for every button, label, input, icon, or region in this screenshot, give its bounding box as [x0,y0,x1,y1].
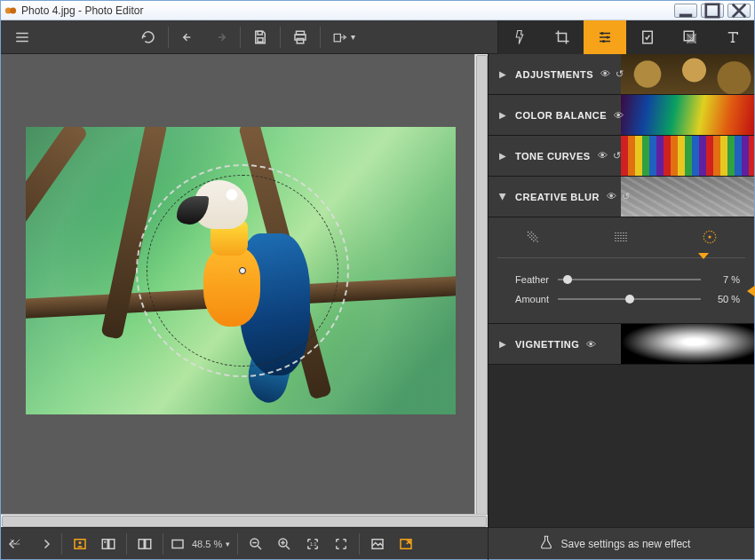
tab-text[interactable] [711,20,754,54]
undo-all-icon[interactable] [132,20,164,54]
zoom-fit-icon[interactable] [327,528,355,560]
save-as-effect-button[interactable]: Save settings as new effect [488,528,754,560]
panel-preview [621,324,754,364]
slider-value: 7 % [708,274,740,285]
top-toolbar: ▾ [1,20,754,54]
chevron-right-icon: ▶ [499,69,506,79]
bottom-toolbar: 48.5 %▾ 1:1 Save settings as new effect [1,527,754,559]
panel-preview [621,177,754,217]
export-icon[interactable]: ▾ [324,20,363,54]
panel-preview [621,54,754,94]
app-icon [4,4,17,17]
divider [280,27,281,48]
eye-icon[interactable]: 👁 [586,339,596,350]
creative-blur-body: Feather 7 % Amount 50 % [489,217,754,324]
blur-selection-center[interactable] [239,267,246,274]
redo-icon[interactable] [204,20,236,54]
tab-crop[interactable] [541,20,584,54]
svg-rect-2 [680,13,692,17]
svg-rect-21 [109,539,115,548]
panel-vignetting[interactable]: ▶ VIGNETTING 👁 [489,324,754,365]
eye-icon[interactable]: 👁 [600,68,610,80]
slider-feather: Feather 7 % [489,270,754,289]
vertical-scrollbar[interactable] [474,54,488,514]
panel-preview [621,136,754,176]
blur-mode-radial[interactable] [670,217,750,256]
slider-value: 50 % [708,294,740,304]
save-icon[interactable] [244,20,276,54]
compare-view-icon[interactable] [94,528,123,560]
slider-label: Feather [503,274,549,285]
tab-retouch[interactable] [626,20,669,54]
canvas-area[interactable] [1,54,488,527]
zoom-out-icon[interactable] [242,528,270,560]
slider-amount: Amount 50 % [489,289,754,309]
chevron-right-icon: ▶ [499,339,506,349]
blur-mode-tilt-shift[interactable] [493,217,573,256]
panel-label: VIGNETTING [515,339,579,350]
minimize-button[interactable] [674,4,697,18]
svg-point-11 [607,35,609,38]
svg-rect-4 [258,31,262,35]
collapse-panel-icon[interactable] [747,285,755,297]
slider-label: Amount [503,294,549,304]
flask-icon [538,534,554,553]
svg-point-17 [709,236,711,239]
chevron-right-icon: ▶ [499,151,506,161]
print-icon[interactable] [284,20,316,54]
hamburger-menu-icon[interactable] [1,20,44,54]
window-title: Photo 4.jpg - Photo Editor [21,4,671,17]
svg-rect-5 [258,37,263,42]
svg-point-10 [601,32,604,35]
panel-label: TONE CURVES [515,151,591,162]
svg-rect-3 [706,4,719,16]
zoom-value[interactable]: 48.5 %▾ [188,539,234,549]
chevron-down-icon: ▶ [498,193,508,201]
tab-effects[interactable] [498,20,541,54]
divider [168,27,169,48]
next-image-icon[interactable] [29,528,58,560]
save-as-effect-label: Save settings as new effect [561,538,691,550]
svg-point-19 [79,541,82,544]
photo-preview[interactable] [26,127,456,414]
panel-label: CREATIVE BLUR [515,192,600,202]
eye-icon[interactable]: 👁 [598,150,608,162]
titlebar: Photo 4.jpg - Photo Editor [1,1,754,20]
slider-amount-track[interactable] [558,293,701,305]
slider-feather-track[interactable] [558,273,701,286]
zoom-in-icon[interactable] [270,528,298,560]
panel-adjustments[interactable]: ▶ ADJUSTMENTS 👁↺ [489,54,754,95]
panel-creative-blur[interactable]: ▶ CREATIVE BLUR 👁↺ [489,177,754,217]
svg-rect-24 [146,539,151,548]
blur-mode-linear[interactable] [581,217,661,256]
divider [320,27,321,48]
close-button[interactable] [727,4,751,18]
tab-adjust[interactable] [584,20,626,54]
svg-rect-9 [334,34,340,41]
reset-icon[interactable]: ↺ [613,150,621,162]
svg-point-1 [10,7,16,13]
prev-image-icon[interactable] [1,528,29,560]
panel-tone-curves[interactable]: ▶ TONE CURVES 👁↺ [489,136,754,177]
reset-icon[interactable]: ↺ [616,68,624,80]
single-view-icon[interactable] [66,528,94,560]
split-view-icon[interactable] [131,528,159,560]
chevron-right-icon: ▶ [499,110,506,120]
divider [240,27,241,48]
tab-textures[interactable] [669,20,711,54]
svg-rect-25 [172,540,183,548]
fullscreen-icon[interactable] [392,528,420,560]
eye-icon[interactable]: 👁 [607,191,616,202]
undo-icon[interactable] [172,20,204,54]
svg-point-12 [602,40,605,43]
panel-color-balance[interactable]: ▶ COLOR BALANCE 👁 [489,95,754,136]
svg-rect-23 [139,539,144,548]
zoom-100-icon[interactable]: 1:1 [298,528,327,560]
maximize-button[interactable] [701,4,724,18]
background-toggle-icon[interactable] [363,528,392,560]
right-panel: ▶ ADJUSTMENTS 👁↺ ▶ COLOR BALANCE 👁 ▶ TON… [488,54,754,527]
reset-icon[interactable]: ↺ [622,191,630,202]
editor-body: ▶ ADJUSTMENTS 👁↺ ▶ COLOR BALANCE 👁 ▶ TON… [1,54,754,527]
horizontal-scrollbar[interactable] [1,514,488,527]
eye-icon[interactable]: 👁 [614,110,624,121]
